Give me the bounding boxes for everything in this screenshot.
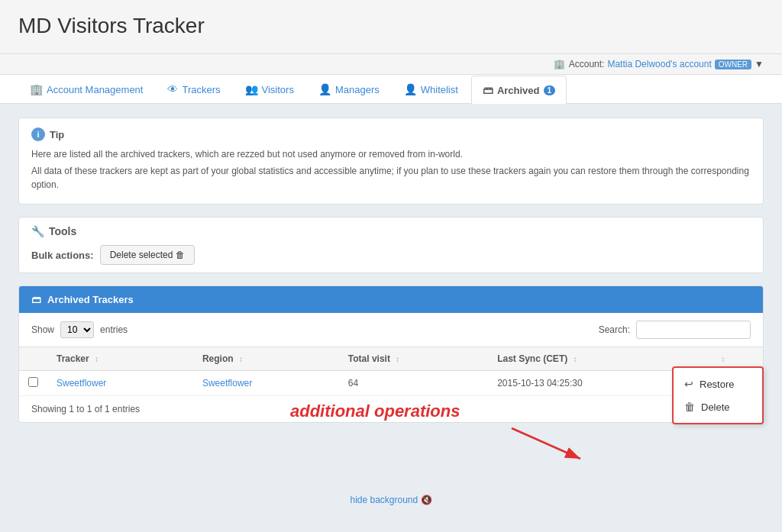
- show-label: Show: [31, 324, 54, 335]
- th-total-visit[interactable]: Total visit ↕: [339, 347, 488, 371]
- tab-managers-label: Managers: [335, 84, 380, 95]
- visitors-icon: 👥: [245, 83, 258, 95]
- tip-title: i Tip: [31, 127, 751, 141]
- managers-icon: 👤: [318, 83, 331, 95]
- tip-icon: i: [31, 127, 45, 141]
- context-menu-delete[interactable]: 🗑 Delete: [674, 395, 762, 418]
- search-label: Search:: [599, 324, 630, 335]
- table-header-row: Tracker ↕ Region ↕ Total visit ↕ Last Sy…: [19, 347, 763, 371]
- trackers-icon: 👁: [167, 83, 178, 95]
- tab-account-management[interactable]: 🏢 Account Management: [18, 75, 154, 103]
- tab-whitelist[interactable]: 👤 Whitelist: [393, 75, 470, 103]
- entries-select[interactable]: 10 25 50: [60, 321, 94, 338]
- th-tracker[interactable]: Tracker ↕: [47, 347, 193, 371]
- delete-label: Delete: [701, 401, 730, 413]
- context-menu-restore[interactable]: ↩ Restore: [674, 372, 762, 395]
- row-visit-cell: 64: [339, 371, 488, 396]
- hide-background-link[interactable]: hide background 🔇: [0, 485, 782, 514]
- sort-tracker-icon: ↕: [95, 355, 99, 363]
- table-row: Sweetflower Sweetflower 64 2015-10-13 04…: [19, 371, 763, 396]
- table-panel-title: Archived Trackers: [47, 294, 134, 305]
- entries-label: entries: [100, 324, 128, 335]
- showing-text: Showing 1 to 1 of 1 entries: [19, 396, 763, 422]
- th-region[interactable]: Region ↕: [193, 347, 339, 371]
- row-region-cell: Sweetflower: [193, 371, 339, 396]
- tracker-link[interactable]: Sweetflower: [57, 378, 106, 389]
- account-label: Account:: [569, 59, 605, 69]
- wrench-icon: 🔧: [31, 225, 44, 237]
- delete-icon: 🗑: [684, 401, 695, 413]
- row-checkbox-cell: [19, 371, 47, 396]
- show-entries: Show 10 25 50 entries: [31, 321, 128, 338]
- tab-visitors-label: Visitors: [262, 84, 294, 95]
- annotation-arrow: [504, 421, 596, 466]
- account-dropdown-arrow[interactable]: ▼: [755, 59, 764, 69]
- archived-badge: 1: [544, 85, 556, 95]
- row-checkbox[interactable]: [28, 377, 38, 387]
- bulk-actions-label: Bulk actions:: [31, 250, 94, 261]
- tab-trackers[interactable]: 👁 Trackers: [156, 75, 231, 103]
- context-menu: ↩ Restore 🗑 Delete: [672, 366, 764, 424]
- tab-archived[interactable]: 🗃 Archived 1: [471, 76, 567, 104]
- archived-icon: 🗃: [483, 84, 493, 96]
- building-icon: 🏢: [554, 59, 565, 69]
- app-title: MD Visitors Tracker: [18, 14, 764, 38]
- sort-visit-icon: ↕: [396, 355, 399, 363]
- tools-box: 🔧 Tools Bulk actions: Delete selected 🗑: [18, 217, 764, 273]
- main-content: i Tip Here are listed all the archived t…: [0, 104, 782, 485]
- app-header: MD Visitors Tracker: [0, 0, 782, 54]
- tab-visitors[interactable]: 👥 Visitors: [234, 75, 305, 103]
- tab-managers[interactable]: 👤 Managers: [307, 75, 391, 103]
- tools-row: Bulk actions: Delete selected 🗑: [31, 245, 751, 265]
- tip-line2: All data of these trackers are kept as p…: [31, 164, 751, 192]
- archived-trackers-panel: 🗃 Archived Trackers Show 10 25 50 entrie…: [18, 285, 764, 423]
- svg-line-1: [512, 428, 580, 459]
- trackers-table: Tracker ↕ Region ↕ Total visit ↕ Last Sy…: [19, 347, 763, 396]
- delete-selected-button[interactable]: Delete selected 🗑: [100, 245, 195, 265]
- account-management-icon: 🏢: [30, 83, 43, 95]
- account-bar: 🏢 Account: Mattia Delwood's account OWNE…: [0, 54, 782, 75]
- account-name-link[interactable]: Mattia Delwood's account: [607, 59, 711, 69]
- tab-archived-label: Archived: [497, 85, 540, 96]
- search-input[interactable]: [636, 321, 751, 339]
- tools-title: 🔧 Tools: [31, 225, 751, 237]
- restore-label: Restore: [700, 379, 735, 390]
- tab-account-management-label: Account Management: [47, 84, 143, 95]
- th-checkbox: [19, 347, 47, 371]
- nav-tabs: 🏢 Account Management 👁 Trackers 👥 Visito…: [0, 75, 782, 104]
- tab-whitelist-label: Whitelist: [421, 84, 458, 95]
- owner-badge: OWNER: [715, 60, 751, 69]
- table-panel-header: 🗃 Archived Trackers: [19, 286, 763, 313]
- region-link[interactable]: Sweetflower: [202, 378, 252, 389]
- sort-region-icon: ↕: [239, 355, 243, 363]
- sort-actions-icon: ↕: [721, 355, 725, 363]
- search-box: Search:: [599, 321, 751, 339]
- whitelist-icon: 👤: [404, 83, 417, 95]
- tip-box: i Tip Here are listed all the archived t…: [18, 118, 764, 205]
- sort-sync-icon: ↕: [574, 355, 577, 363]
- restore-icon: ↩: [684, 378, 693, 390]
- tip-line1: Here are listed all the archived tracker…: [31, 147, 751, 161]
- row-tracker-cell: Sweetflower: [47, 371, 193, 396]
- archive-header-icon: 🗃: [31, 294, 41, 305]
- table-controls: Show 10 25 50 entries Search:: [19, 313, 763, 347]
- tab-trackers-label: Trackers: [182, 84, 220, 95]
